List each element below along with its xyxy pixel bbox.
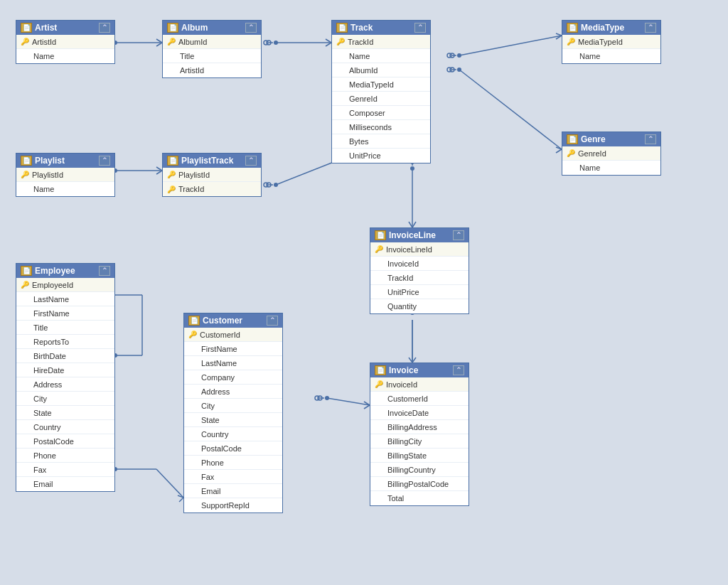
svg-line-14 xyxy=(459,36,562,55)
svg-line-23 xyxy=(556,147,562,149)
collapse-btn-artist[interactable]: ⌃ xyxy=(99,23,110,33)
table-row: 🔑ArtistId xyxy=(16,35,114,49)
table-row: Composer xyxy=(332,106,430,120)
table-row: Email xyxy=(16,477,114,491)
pk-icon: 🔑 xyxy=(21,281,29,289)
collapse-btn-genre[interactable]: ⌃ xyxy=(645,134,656,144)
table-row: 🔑TrackId xyxy=(163,182,261,196)
table-row: Fax xyxy=(16,463,114,477)
svg-line-31 xyxy=(156,171,162,174)
svg-line-24 xyxy=(556,149,562,153)
column-name: Name xyxy=(33,52,54,60)
table-db-icon: 📄 xyxy=(167,23,178,33)
column-name: LastName xyxy=(33,295,69,304)
pk-icon: 🔑 xyxy=(375,245,383,253)
column-name: Bytes xyxy=(349,137,369,146)
collapse-btn-invoice[interactable]: ⌃ xyxy=(453,365,464,375)
column-name: City xyxy=(201,402,215,410)
table-row: Company xyxy=(184,370,282,385)
table-row: TrackId xyxy=(370,271,469,285)
table-row: UnitPrice xyxy=(370,285,469,299)
collapse-btn-album[interactable]: ⌃ xyxy=(245,23,257,33)
collapse-btn-invoiceline[interactable]: ⌃ xyxy=(453,230,464,240)
table-row: 🔑AlbumId xyxy=(163,35,261,49)
table-db-icon: 📄 xyxy=(375,230,386,240)
table-row: 🔑MediaTypeId xyxy=(562,35,660,49)
column-name: Email xyxy=(201,487,221,495)
column-name: Title xyxy=(180,52,194,60)
table-row: State xyxy=(184,413,282,427)
svg-point-37 xyxy=(274,183,278,187)
table-row: 🔑PlaylistId xyxy=(16,168,114,182)
collapse-btn-track[interactable]: ⌃ xyxy=(414,23,426,33)
collapse-btn-playlisttrack[interactable]: ⌃ xyxy=(245,156,257,166)
table-artist: 📄Artist⌃🔑ArtistIdName xyxy=(16,20,115,64)
table-row: 🔑PlaylistId xyxy=(163,168,261,182)
svg-line-21 xyxy=(459,70,562,149)
table-row: BillingState xyxy=(370,449,469,463)
svg-line-1 xyxy=(156,39,162,43)
table-row: Address xyxy=(184,385,282,399)
column-name: BillingPostalCode xyxy=(387,480,449,488)
collapse-btn-mediatype[interactable]: ⌃ xyxy=(645,23,656,33)
column-name: SupportRepId xyxy=(201,501,250,510)
table-row: Title xyxy=(16,321,114,335)
collapse-btn-playlist[interactable]: ⌃ xyxy=(99,156,110,166)
column-name: ArtistId xyxy=(32,38,56,46)
table-row: Name xyxy=(16,49,114,63)
table-row: FirstName xyxy=(184,342,282,356)
table-db-icon: 📄 xyxy=(21,266,32,276)
table-row: Address xyxy=(16,377,114,392)
table-header-playlist: 📄Playlist⌃ xyxy=(16,154,114,168)
pk-icon: 🔑 xyxy=(21,38,29,45)
svg-point-64 xyxy=(315,396,319,400)
column-name: Name xyxy=(349,52,370,60)
column-name: Milliseconds xyxy=(349,123,392,132)
table-row: BirthDate xyxy=(16,349,114,363)
svg-point-59 xyxy=(325,396,329,400)
column-name: BillingCity xyxy=(387,437,422,446)
column-name: Phone xyxy=(201,458,224,467)
table-row: InvoiceId xyxy=(370,257,469,271)
table-title-album: Album xyxy=(181,23,208,33)
table-row: 🔑GenreId xyxy=(562,146,660,161)
table-row: PostalCode xyxy=(16,434,114,449)
table-playlisttrack: 📄PlaylistTrack⌃🔑PlaylistId🔑TrackId xyxy=(162,153,262,197)
svg-line-9 xyxy=(326,43,331,46)
column-name: PostalCode xyxy=(33,437,74,446)
collapse-btn-employee[interactable]: ⌃ xyxy=(99,266,110,276)
table-header-invoice: 📄Invoice⌃ xyxy=(370,363,469,377)
table-row: BillingAddress xyxy=(370,420,469,434)
table-title-invoice: Invoice xyxy=(389,365,418,375)
column-name: GenreId xyxy=(349,95,378,103)
table-row: City xyxy=(184,399,282,413)
table-row: Name xyxy=(562,161,660,175)
pk-icon: 🔑 xyxy=(167,171,176,178)
pk-icon: 🔑 xyxy=(567,149,575,157)
table-row: 🔑InvoiceLineId xyxy=(370,242,469,257)
column-name: InvoiceDate xyxy=(387,409,429,417)
table-db-icon: 📄 xyxy=(188,316,200,326)
column-name: LastName xyxy=(201,359,237,367)
svg-line-30 xyxy=(156,167,162,171)
column-name: PlaylistId xyxy=(178,171,210,179)
table-header-album: 📄Album⌃ xyxy=(163,21,261,35)
svg-point-41 xyxy=(267,183,271,187)
table-mediatype: 📄MediaType⌃🔑MediaTypeIdName xyxy=(562,20,661,64)
table-row: Name xyxy=(562,49,660,63)
table-row: 🔑CustomerId xyxy=(184,328,282,342)
collapse-btn-customer[interactable]: ⌃ xyxy=(267,316,278,326)
table-db-icon: 📄 xyxy=(336,23,348,33)
svg-line-16 xyxy=(556,33,562,36)
table-row: Quantity xyxy=(370,299,469,313)
table-row: Email xyxy=(184,484,282,498)
column-name: Name xyxy=(579,52,600,60)
column-name: GenreId xyxy=(578,149,606,158)
column-name: Country xyxy=(33,423,61,431)
svg-line-58 xyxy=(327,398,370,405)
column-name: BillingAddress xyxy=(387,423,437,431)
table-row: City xyxy=(16,392,114,406)
table-title-customer: Customer xyxy=(203,316,242,326)
column-name: AlbumId xyxy=(349,66,378,75)
column-name: ArtistId xyxy=(180,66,204,75)
